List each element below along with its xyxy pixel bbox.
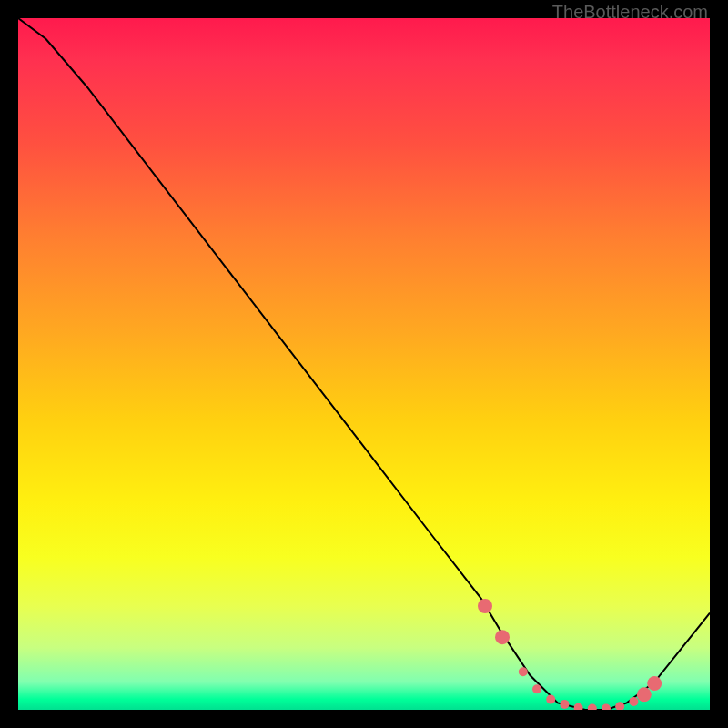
marker-point <box>615 702 624 710</box>
curve-svg <box>18 18 710 710</box>
marker-point <box>588 704 597 711</box>
marker-point <box>647 676 662 691</box>
watermark-text: TheBottleneck.com <box>552 2 708 23</box>
marker-point <box>560 700 569 709</box>
highlight-markers <box>478 599 662 710</box>
bottleneck-curve-path <box>18 18 710 710</box>
marker-point <box>574 703 583 710</box>
marker-point <box>495 630 510 644</box>
marker-point <box>519 667 528 676</box>
marker-point <box>637 687 652 702</box>
marker-point <box>532 684 541 693</box>
marker-point <box>602 704 611 711</box>
marker-point <box>546 695 555 704</box>
chart-container: TheBottleneck.com <box>0 0 728 728</box>
marker-point <box>629 697 638 706</box>
marker-point <box>478 599 492 613</box>
plot-area <box>18 18 710 710</box>
